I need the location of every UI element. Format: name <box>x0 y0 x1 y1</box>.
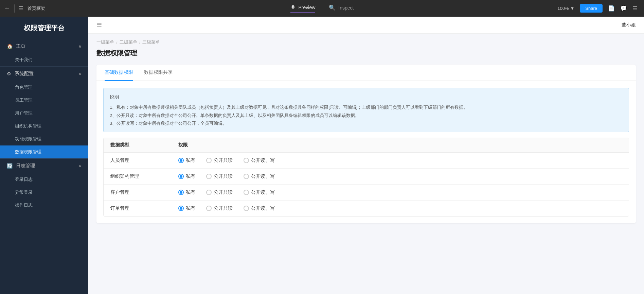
chevron-logs-icon: ∧ <box>78 163 82 168</box>
tab-bar: 基础数据权限 数据权限共享 <box>96 65 636 81</box>
home-icon: 🏠 <box>7 44 13 49</box>
sidebar-section-home-header[interactable]: 🏠 主页 ∧ <box>0 39 88 53</box>
user-name: 董小姐 <box>622 22 636 28</box>
sidebar-section-home: 🏠 主页 ∧ 关于我们 <box>0 39 88 67</box>
tab-inspect[interactable]: 🔍 Inspect <box>329 4 354 12</box>
sidebar-item-employees[interactable]: 员工管理 <box>0 94 88 107</box>
radio-private-2[interactable]: 私有 <box>178 189 195 195</box>
sidebar-toggle-icon[interactable]: ☰ <box>96 21 102 29</box>
sidebar-logs-label: 日志管理 <box>16 163 35 169</box>
breadcrumb-item-1[interactable]: 一级菜单 <box>96 39 114 45</box>
radio-circle-2-0 <box>178 190 184 195</box>
page-title-bar: 数据权限管理 <box>88 45 644 65</box>
table-row: 组织架构管理 私有 公开只读 公开读、写 <box>104 169 629 185</box>
sidebar-title: 权限管理平台 <box>0 17 88 39</box>
sidebar-item-function-perm[interactable]: 功能权限管理 <box>0 133 88 145</box>
sidebar-system-label: 系统配置 <box>15 71 34 77</box>
tab-data-perm-share[interactable]: 数据权限共享 <box>144 65 173 81</box>
radio-public-read-0[interactable]: 公开只读 <box>206 157 233 163</box>
inspect-label: Inspect <box>338 5 354 11</box>
breadcrumb-item-2[interactable]: 二级菜单 <box>120 39 137 45</box>
radio-circle-0-1 <box>206 158 212 163</box>
comment-icon[interactable]: 💬 <box>620 5 627 12</box>
sidebar-section-system: ⚙ 系统配置 ∧ 角色管理 员工管理 用户管理 组织机构管理 功能权限管理 数据… <box>0 67 88 159</box>
sidebar-section-home-title: 🏠 主页 <box>7 43 25 49</box>
radio-public-read-1[interactable]: 公开只读 <box>206 173 233 179</box>
top-bar-center: 👁 Preview 🔍 Inspect <box>88 4 556 13</box>
sidebar-item-data-perm[interactable]: 数据权限管理 <box>0 145 88 158</box>
radio-circle-3-0 <box>178 206 184 211</box>
hamburger-icon[interactable]: ☰ <box>19 5 23 12</box>
app-title: 首页框架 <box>28 5 45 12</box>
sidebar-section-system-header[interactable]: ⚙ 系统配置 ∧ <box>0 67 88 81</box>
info-box: 说明 1、私有：对象中所有数据遵循相关团队成员（包括负责人）及其上级对数据可见，… <box>103 88 629 132</box>
radio-private-0[interactable]: 私有 <box>178 157 195 163</box>
more-icon[interactable]: ☰ <box>632 5 637 12</box>
radio-circle-3-1 <box>206 206 212 211</box>
info-line-1: 1、私有：对象中所有数据遵循相关团队成员（包括负责人）及其上级对数据可见，且对这… <box>110 103 623 111</box>
col-type-header: 数据类型 <box>110 142 178 148</box>
breadcrumb-sep-2: / <box>139 40 141 45</box>
row-type-3: 订单管理 <box>110 205 178 211</box>
gear-icon: ⚙ <box>7 71 11 76</box>
radio-circle-3-2 <box>244 206 249 211</box>
sidebar-section-logs-title: 🔄 日志管理 <box>7 163 35 169</box>
row-type-1: 组织架构管理 <box>110 173 178 179</box>
sidebar-item-operation-log[interactable]: 操作日志 <box>0 199 88 212</box>
top-bar-left: ← ☰ 首页框架 <box>0 4 88 13</box>
row-type-2: 客户管理 <box>110 189 178 195</box>
sidebar-section-logs: 🔄 日志管理 ∧ 登录日志 异常登录 操作日志 <box>0 159 88 212</box>
top-bar-right: 100% ▼ Share 📄 💬 ☰ <box>556 4 644 13</box>
radio-public-rw-2[interactable]: 公开读、写 <box>244 189 275 195</box>
radio-public-rw-1[interactable]: 公开读、写 <box>244 173 275 179</box>
sidebar-item-about[interactable]: 关于我们 <box>0 53 88 66</box>
back-icon[interactable]: ← <box>4 5 10 12</box>
divider <box>14 4 15 13</box>
row-perm-2: 私有 公开只读 公开读、写 <box>178 189 622 195</box>
info-line-2: 2、公开只读：对象中所有数据对全公司公开。单条数据的负责人及其上级、以及相关团队… <box>110 111 623 119</box>
zoom-control[interactable]: 100% ▼ <box>557 6 574 11</box>
breadcrumb-sep-1: / <box>116 40 118 45</box>
radio-public-rw-0[interactable]: 公开读、写 <box>244 157 275 163</box>
content-header: ☰ 董小姐 <box>88 17 644 34</box>
share-button[interactable]: Share <box>580 4 603 13</box>
tab-preview[interactable]: 👁 Preview <box>290 4 316 13</box>
sidebar-item-roles[interactable]: 角色管理 <box>0 81 88 94</box>
data-table: 数据类型 权限 人员管理 私有 公开只读 <box>103 138 629 217</box>
radio-public-read-3[interactable]: 公开只读 <box>206 205 233 211</box>
breadcrumb-item-3[interactable]: 三级菜单 <box>142 39 160 45</box>
radio-public-read-2[interactable]: 公开只读 <box>206 189 233 195</box>
inspect-icon: 🔍 <box>329 4 336 11</box>
radio-circle-1-2 <box>244 174 249 179</box>
sidebar-item-login-log[interactable]: 登录日志 <box>0 173 88 186</box>
col-perm-header: 权限 <box>178 142 622 148</box>
info-box-title: 说明 <box>110 93 623 101</box>
top-bar: ← ☰ 首页框架 👁 Preview 🔍 Inspect 100% ▼ Shar… <box>0 0 644 17</box>
sidebar-item-org[interactable]: 组织机构管理 <box>0 120 88 133</box>
chevron-home-icon: ∧ <box>78 44 82 49</box>
radio-circle-2-2 <box>244 190 249 195</box>
radio-private-1[interactable]: 私有 <box>178 173 195 179</box>
table-row: 人员管理 私有 公开只读 公开读、写 <box>104 153 629 169</box>
row-type-0: 人员管理 <box>110 157 178 163</box>
sidebar-section-logs-header[interactable]: 🔄 日志管理 ∧ <box>0 159 88 173</box>
preview-icon: 👁 <box>290 4 296 11</box>
sidebar-home-label: 主页 <box>16 43 25 49</box>
sidebar-item-users[interactable]: 用户管理 <box>0 107 88 120</box>
sidebar-item-abnormal-login[interactable]: 异常登录 <box>0 186 88 199</box>
logs-icon: 🔄 <box>7 163 13 169</box>
radio-public-rw-3[interactable]: 公开读、写 <box>244 205 275 211</box>
radio-circle-1-1 <box>206 174 212 179</box>
row-perm-0: 私有 公开只读 公开读、写 <box>178 157 622 163</box>
sidebar-section-system-title: ⚙ 系统配置 <box>7 71 34 77</box>
sidebar: 权限管理平台 🏠 主页 ∧ 关于我们 ⚙ 系统配置 ∧ <box>0 17 88 294</box>
row-perm-1: 私有 公开只读 公开读、写 <box>178 173 622 179</box>
preview-label: Preview <box>299 5 316 10</box>
content-area: ☰ 董小姐 一级菜单 / 二级菜单 / 三级菜单 数据权限管理 基础数据权限 数… <box>88 17 644 294</box>
radio-circle-0-2 <box>244 158 249 163</box>
tab-basic-data-perm[interactable]: 基础数据权限 <box>105 65 133 81</box>
radio-private-3[interactable]: 私有 <box>178 205 195 211</box>
document-icon[interactable]: 📄 <box>608 5 615 12</box>
radio-circle-1-0 <box>178 174 184 179</box>
zoom-chevron-icon: ▼ <box>570 6 574 11</box>
